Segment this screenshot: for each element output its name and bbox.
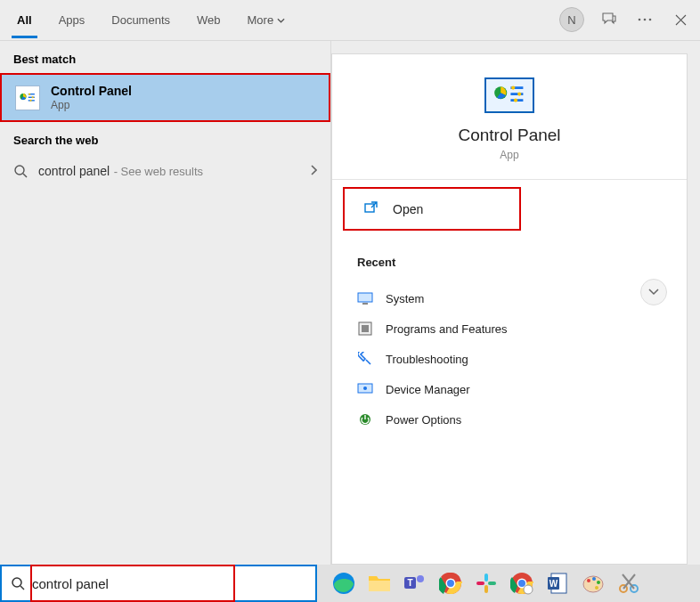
device-manager-icon xyxy=(357,381,373,397)
svg-point-7 xyxy=(28,93,30,94)
divider xyxy=(332,179,687,180)
svg-point-10 xyxy=(15,166,24,175)
taskbar-word-icon[interactable]: W xyxy=(545,571,570,596)
taskbar-teams-icon[interactable]: T xyxy=(403,571,427,596)
svg-point-16 xyxy=(517,93,521,96)
recent-item-label: Troubleshooting xyxy=(386,353,468,366)
best-match-title: Control Panel xyxy=(51,84,132,98)
details-card: Control Panel App Open Recent System xyxy=(331,53,688,565)
svg-rect-22 xyxy=(362,325,369,332)
svg-rect-13 xyxy=(510,93,523,95)
best-match-subtitle: App xyxy=(51,99,132,111)
tab-documents[interactable]: Documents xyxy=(108,3,174,37)
recent-item-system[interactable]: System xyxy=(357,283,667,313)
svg-point-43 xyxy=(524,585,533,594)
tabs-bar: All Apps Documents Web More N xyxy=(0,0,700,41)
taskbar-slack-icon[interactable] xyxy=(474,571,499,596)
control-panel-icon xyxy=(15,85,40,110)
search-icon xyxy=(11,576,25,590)
svg-rect-39 xyxy=(476,582,484,585)
open-icon xyxy=(364,201,378,216)
details-subtitle: App xyxy=(332,149,687,161)
web-result-item[interactable]: control panel - See web results xyxy=(0,154,330,188)
svg-text:T: T xyxy=(407,578,412,588)
svg-point-49 xyxy=(592,577,596,581)
svg-point-24 xyxy=(363,386,367,390)
recent-section: Recent System Programs and Features Trou… xyxy=(332,231,687,435)
best-match-label: Best match xyxy=(0,41,330,73)
svg-rect-38 xyxy=(484,585,488,593)
svg-rect-19 xyxy=(358,293,372,302)
svg-point-9 xyxy=(30,99,32,101)
recent-item-device-manager[interactable]: Device Manager xyxy=(357,374,667,404)
right-pane: Control Panel App Open Recent System xyxy=(331,41,700,565)
more-options-icon[interactable] xyxy=(634,18,655,21)
svg-rect-28 xyxy=(369,581,390,591)
web-query-text: control panel xyxy=(38,164,110,178)
best-match-text: Control Panel App xyxy=(51,84,132,111)
svg-point-1 xyxy=(644,19,647,21)
svg-text:W: W xyxy=(549,579,558,589)
search-input[interactable] xyxy=(32,576,306,591)
svg-point-50 xyxy=(597,581,600,584)
svg-point-2 xyxy=(649,19,652,21)
web-result-left: control panel - See web results xyxy=(13,163,203,179)
svg-rect-37 xyxy=(488,582,496,585)
close-icon[interactable] xyxy=(670,14,691,26)
tab-all[interactable]: All xyxy=(13,3,36,37)
recent-label: Recent xyxy=(357,256,667,269)
svg-point-31 xyxy=(417,575,424,582)
taskbar-chrome2-icon[interactable] xyxy=(509,571,534,596)
web-suffix-text: - See web results xyxy=(114,165,203,178)
chevron-down-icon xyxy=(277,18,285,23)
recent-item-label: Power Options xyxy=(386,413,461,427)
search-icon xyxy=(13,164,28,178)
open-action[interactable]: Open xyxy=(343,187,521,231)
svg-point-17 xyxy=(514,99,517,102)
best-match-item[interactable]: Control Panel App xyxy=(0,73,330,122)
recent-item-label: Device Manager xyxy=(386,383,470,396)
programs-icon xyxy=(357,321,373,337)
svg-point-26 xyxy=(12,578,21,587)
svg-point-51 xyxy=(595,586,598,590)
feedback-icon[interactable] xyxy=(598,12,620,28)
header-right: N xyxy=(559,7,691,32)
recent-item-label: System xyxy=(386,292,424,305)
svg-point-35 xyxy=(447,580,454,587)
left-pane: Best match Control Panel App Search the … xyxy=(0,41,331,565)
taskbar-chrome-icon[interactable] xyxy=(438,571,463,596)
search-web-label: Search the web xyxy=(0,122,330,154)
recent-item-label: Programs and Features xyxy=(386,322,508,336)
main-content: Best match Control Panel App Search the … xyxy=(0,41,700,565)
svg-rect-36 xyxy=(484,574,488,582)
svg-rect-18 xyxy=(365,204,374,212)
svg-point-48 xyxy=(587,579,590,582)
taskbar-paint-icon[interactable] xyxy=(581,571,606,596)
control-panel-icon-large xyxy=(484,77,534,113)
user-avatar[interactable]: N xyxy=(559,7,584,32)
svg-point-42 xyxy=(518,580,525,587)
power-icon xyxy=(357,411,373,427)
card-header: Control Panel App xyxy=(332,54,687,179)
taskbar-snip-icon[interactable] xyxy=(616,571,641,596)
system-icon xyxy=(357,290,373,306)
svg-point-15 xyxy=(511,86,515,90)
recent-item-programs[interactable]: Programs and Features xyxy=(357,313,667,344)
open-label: Open xyxy=(393,202,423,216)
recent-item-power[interactable]: Power Options xyxy=(357,404,667,435)
bottom-bar: T W xyxy=(0,565,700,602)
chevron-down-icon xyxy=(648,289,659,296)
taskbar: T W xyxy=(317,565,700,602)
search-box[interactable] xyxy=(0,565,317,602)
tab-web[interactable]: Web xyxy=(193,3,224,37)
svg-point-8 xyxy=(32,96,34,98)
recent-item-troubleshooting[interactable]: Troubleshooting xyxy=(357,344,667,374)
taskbar-edge-icon[interactable] xyxy=(331,571,356,596)
svg-rect-20 xyxy=(362,303,368,305)
taskbar-explorer-icon[interactable] xyxy=(367,571,392,596)
expand-button[interactable] xyxy=(640,279,667,305)
troubleshooting-icon xyxy=(357,351,373,367)
tab-more[interactable]: More xyxy=(244,3,289,37)
tab-apps[interactable]: Apps xyxy=(55,3,89,37)
svg-point-0 xyxy=(639,19,641,21)
